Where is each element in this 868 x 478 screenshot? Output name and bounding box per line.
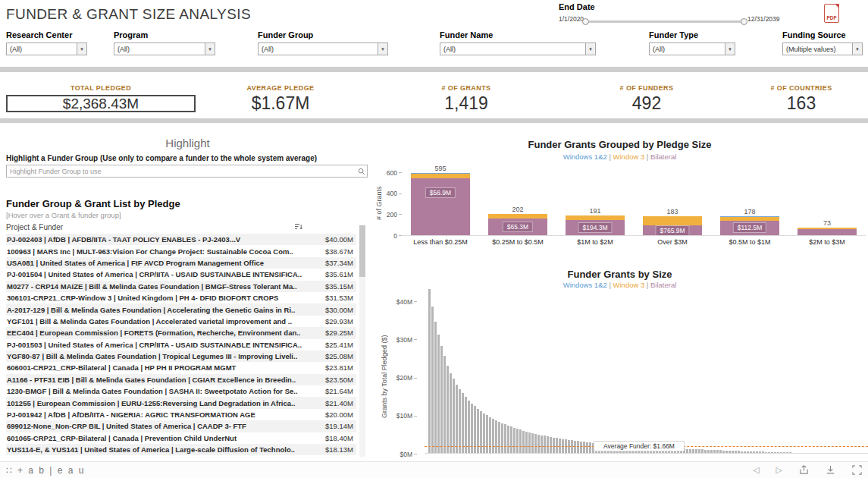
funder-bar[interactable] — [462, 393, 464, 453]
funder-bar[interactable] — [513, 428, 515, 453]
funder-bar[interactable] — [586, 442, 588, 453]
funder-bar[interactable] — [768, 452, 770, 453]
grant-row[interactable]: USA081 | United States of America | FtF … — [6, 257, 356, 269]
funder-bar[interactable] — [713, 450, 716, 453]
pledge-bar-1m-to-2m[interactable]: 191 $194.3M — [556, 162, 634, 235]
grant-row[interactable]: 606001-CRP21_CRP-Bilateral | Canada | HP… — [6, 362, 356, 373]
funder-bar[interactable] — [707, 450, 710, 453]
slider-handle-left[interactable] — [582, 18, 589, 25]
funder-bar[interactable] — [504, 424, 506, 453]
funder-bar[interactable] — [507, 426, 509, 453]
funder-bar[interactable] — [431, 307, 434, 453]
pledge-bar-less-than-0-25m[interactable]: 595 $56.9M — [402, 162, 479, 235]
chevron-down-icon[interactable]: ▼ — [725, 43, 735, 55]
grant-row[interactable]: PJ-001504 | United States of America | C… — [6, 269, 356, 280]
grant-row[interactable]: 1230-BMGF | Bill & Melinda Gates Foundat… — [6, 385, 356, 397]
stacked-bar[interactable] — [797, 228, 857, 235]
slider-track[interactable] — [585, 20, 744, 23]
funder-bar[interactable] — [710, 450, 713, 453]
filter-dropdown[interactable]: (All) ▼ — [440, 42, 596, 55]
funder-bar[interactable] — [589, 442, 591, 453]
funder-bar[interactable] — [747, 451, 749, 453]
funder-bar[interactable] — [547, 436, 549, 453]
stacked-bar[interactable]: $765.9M — [643, 216, 702, 235]
grant-row[interactable]: M0277 - CRP14 MAIZE | Bill & Melinda Gat… — [6, 281, 356, 292]
chevron-down-icon[interactable]: ▼ — [585, 43, 595, 55]
funder-bar[interactable] — [686, 449, 688, 454]
funder-bar[interactable] — [495, 420, 497, 453]
search-icon[interactable] — [356, 168, 367, 175]
grant-row[interactable]: 100963 | MARS Inc | MULT-963:Vision For … — [6, 245, 356, 256]
funder-bar[interactable] — [480, 411, 482, 453]
funder-bar[interactable] — [704, 450, 707, 454]
chevron-right-icon[interactable]: ▷ — [776, 466, 782, 474]
funder-bar[interactable] — [510, 426, 512, 453]
funder-bar[interactable] — [501, 423, 503, 453]
funder-bar[interactable] — [577, 441, 579, 453]
grant-row[interactable]: PJ-002403 | AfDB | AFDB/IITA - TAAT POLI… — [6, 234, 356, 245]
funder-bar[interactable] — [443, 356, 446, 453]
funder-bar[interactable] — [725, 451, 728, 453]
funder-bar[interactable] — [774, 452, 776, 453]
funder-bar[interactable] — [428, 289, 431, 453]
chevron-down-icon[interactable]: ▼ — [77, 43, 86, 55]
funder-bar[interactable] — [729, 451, 731, 453]
funder-bar[interactable] — [701, 449, 703, 453]
funder-bar[interactable] — [698, 449, 700, 453]
funder-bar[interactable] — [722, 451, 725, 454]
highlight-search-input[interactable] — [7, 168, 356, 175]
funder-bar[interactable] — [571, 440, 573, 453]
funder-bar[interactable] — [437, 335, 440, 453]
grant-row[interactable]: 699012-None_Non-CRP BIL | United States … — [6, 420, 356, 432]
funder-bar[interactable] — [695, 449, 697, 453]
stacked-bar[interactable]: $65.3M — [488, 214, 547, 235]
share-icon[interactable] — [799, 465, 809, 475]
chevron-down-icon[interactable]: ▼ — [205, 43, 215, 55]
funder-bar[interactable] — [453, 379, 455, 453]
grant-row[interactable]: A1166 - PTF31 EIB | Bill & Melinda Gates… — [6, 374, 356, 385]
filter-dropdown[interactable]: (All) ▼ — [6, 42, 87, 55]
funder-bar[interactable] — [465, 397, 467, 453]
pledge-bar-over-3m[interactable]: 183 $765.9M — [634, 162, 711, 235]
grant-row[interactable]: YUS114-E, & YUS141 | United States of Am… — [6, 444, 356, 455]
grant-row[interactable]: 306101-CRP21_CRP-Window 3 | United Kingd… — [6, 292, 356, 303]
stacked-bar[interactable]: $194.3M — [566, 215, 625, 235]
funder-bar[interactable] — [434, 322, 437, 453]
pledge-bar-0-5m-to-1m[interactable]: 178 $112.5M — [711, 162, 788, 235]
funder-bar[interactable] — [777, 452, 779, 453]
funder-bar[interactable] — [534, 434, 537, 453]
funder-bar[interactable] — [762, 451, 764, 453]
funder-bar[interactable] — [541, 436, 543, 453]
download-icon[interactable] — [826, 465, 835, 475]
funder-bar[interactable] — [735, 451, 737, 453]
funder-bar[interactable] — [732, 451, 734, 453]
grant-row[interactable]: YGF80-87 | Bill & Melinda Gates Foundati… — [6, 351, 356, 362]
grant-row[interactable]: 101255 | European Commission | EURU-1255… — [6, 397, 356, 408]
funder-bar[interactable] — [780, 452, 782, 453]
funder-bar[interactable] — [583, 442, 585, 453]
grant-row[interactable]: YGF101 | Bill & Melinda Gates Foundation… — [6, 316, 356, 327]
funder-bar[interactable] — [456, 385, 458, 453]
stacked-bar[interactable]: $112.5M — [720, 216, 779, 235]
scrollbar[interactable] — [359, 225, 365, 457]
grant-row[interactable]: PJ-001503 | United States of America | C… — [6, 339, 356, 351]
funder-bar[interactable] — [741, 451, 743, 454]
scrollbar-thumb[interactable] — [359, 225, 365, 277]
funder-bar[interactable] — [498, 422, 500, 453]
funder-bar[interactable] — [719, 450, 722, 453]
funder-bar[interactable] — [440, 346, 443, 453]
funder-bar[interactable] — [468, 401, 470, 453]
funder-bar[interactable] — [550, 437, 552, 453]
funder-bar[interactable] — [486, 415, 488, 453]
funder-bar[interactable] — [753, 451, 755, 453]
funder-bar[interactable] — [744, 451, 746, 453]
filter-dropdown[interactable]: (All) ▼ — [258, 42, 388, 55]
pledge-bar-0-25m-to-0-5m[interactable]: 202 $65.3M — [479, 162, 556, 235]
fullscreen-icon[interactable] — [852, 465, 862, 475]
pledge-bar-2m-to-3m[interactable]: 73 — [788, 162, 866, 235]
slider-handle-right[interactable] — [741, 18, 747, 25]
funder-bar[interactable] — [759, 451, 761, 453]
end-date-slider[interactable] — [585, 18, 744, 24]
funder-bar[interactable] — [537, 435, 540, 453]
chevron-down-icon[interactable]: ▼ — [378, 43, 387, 55]
